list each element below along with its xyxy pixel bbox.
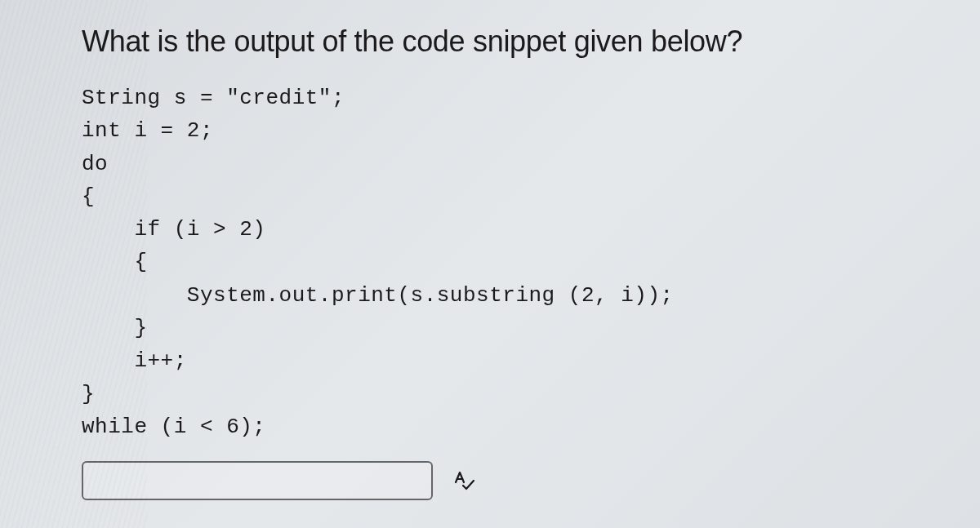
code-snippet: String s = "credit"; int i = 2; do { if … (82, 82, 898, 443)
code-line: while (i < 6); (82, 415, 265, 439)
spellcheck-icon[interactable] (452, 469, 475, 492)
code-line: int i = 2; (82, 118, 213, 143)
question-prompt: What is the output of the code snippet g… (82, 24, 898, 59)
code-line: do (82, 152, 108, 176)
code-line: { (82, 250, 148, 274)
code-line: } (82, 382, 95, 406)
code-line: if (i > 2) (82, 217, 265, 242)
answer-input[interactable] (82, 461, 433, 500)
code-line: String s = "credit"; (82, 86, 345, 110)
code-line: } (82, 316, 148, 340)
code-line: { (82, 184, 95, 209)
code-line: i++; (82, 348, 187, 373)
code-line: System.out.print(s.substring (2, i)); (82, 283, 674, 308)
answer-row (82, 461, 898, 500)
